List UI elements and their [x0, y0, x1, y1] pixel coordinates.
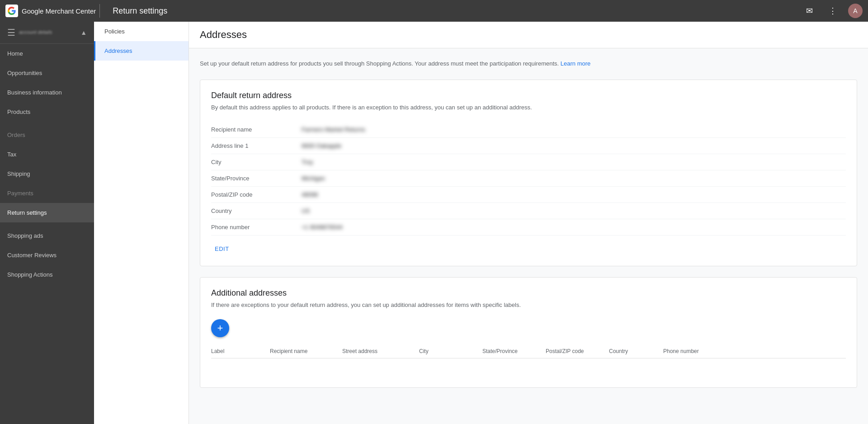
value-postal: 48098 — [302, 191, 318, 198]
google-logo-icon — [5, 5, 18, 17]
value-country: US — [302, 207, 310, 214]
sidebar-item-products[interactable]: Products — [0, 102, 94, 122]
sidebar-item-home[interactable]: Home — [0, 44, 94, 63]
default-address-subtitle: By default this address applies to all p… — [211, 104, 846, 111]
sidebar-item-customer-reviews[interactable]: Customer Reviews — [0, 245, 94, 265]
col-recipient: Recipient name — [270, 348, 342, 354]
col-city: City — [419, 348, 482, 354]
content-body: Set up your default return address for p… — [189, 48, 868, 399]
sidebar-item-payments[interactable]: Payments — [0, 184, 94, 203]
additional-addresses-title: Additional addresses — [211, 288, 846, 298]
label-city: City — [211, 159, 302, 165]
field-phone: Phone number +1 9049876544 — [211, 219, 846, 236]
value-recipient-name: Farmers Market Returns — [302, 126, 365, 133]
label-state: State/Province — [211, 175, 302, 182]
learn-more-link[interactable]: Learn more — [561, 60, 590, 67]
page-title: Return settings — [104, 6, 801, 16]
field-recipient-name: Recipient name Farmers Market Returns — [211, 122, 846, 138]
sidebar-item-orders[interactable]: Orders — [0, 125, 94, 145]
label-address-line1: Address line 1 — [211, 142, 302, 149]
content-header: Addresses — [189, 22, 868, 48]
subnav-item-addresses[interactable]: Addresses — [94, 41, 189, 61]
subnav-item-policies[interactable]: Policies — [94, 22, 189, 41]
sidebar: ☰ account details ▲ Home Opportunities B… — [0, 22, 94, 424]
logo-area: Google Merchant Center Return settings — [5, 4, 801, 18]
mail-button[interactable]: ✉ — [801, 3, 817, 19]
field-country: Country US — [211, 203, 846, 219]
field-state: State/Province Michigan — [211, 170, 846, 187]
col-street: Street address — [342, 348, 419, 354]
account-selector[interactable]: ☰ account details ▲ — [0, 22, 94, 44]
label-recipient-name: Recipient name — [211, 126, 302, 133]
value-state: Michigan — [302, 175, 325, 182]
sidebar-item-shopping-ads[interactable]: Shopping ads — [0, 226, 94, 245]
edit-button[interactable]: EDIT — [211, 243, 233, 255]
account-text: account details — [19, 29, 52, 36]
intro-text: Set up your default return address for p… — [200, 59, 857, 69]
col-country: Country — [609, 348, 663, 354]
value-address-line1: 6600 Oakapple — [302, 142, 341, 149]
label-country: Country — [211, 207, 302, 214]
sidebar-item-return-settings[interactable]: Return settings — [0, 203, 94, 222]
app-name: Google Merchant Center — [22, 7, 96, 15]
label-postal: Postal/ZIP code — [211, 191, 302, 198]
value-city: Troy — [302, 159, 313, 165]
additional-addresses-card: Additional addresses If there are except… — [200, 277, 857, 388]
sub-navigation: Policies Addresses — [94, 22, 189, 424]
default-address-card: Default return address By default this a… — [200, 80, 857, 266]
expand-icon: ▲ — [80, 29, 87, 36]
addresses-table-header: Label Recipient name Street address City… — [211, 344, 846, 358]
default-address-title: Default return address — [211, 91, 846, 100]
sidebar-item-shipping[interactable]: Shipping — [0, 164, 94, 184]
field-address-line1: Address line 1 6600 Oakapple — [211, 138, 846, 154]
topbar-actions: ✉ ⋮ A — [801, 3, 863, 19]
field-city: City Troy — [211, 154, 846, 170]
add-address-button[interactable]: + — [211, 319, 229, 337]
main-layout: ☰ account details ▲ Home Opportunities B… — [0, 22, 868, 424]
avatar[interactable]: A — [848, 4, 863, 18]
content-area: Addresses Set up your default return add… — [189, 22, 868, 424]
sidebar-item-tax[interactable]: Tax — [0, 145, 94, 164]
topbar-divider — [99, 4, 100, 18]
sidebar-item-shopping-actions[interactable]: Shopping Actions — [0, 265, 94, 284]
account-icon: ☰ — [7, 27, 15, 38]
sidebar-item-opportunities[interactable]: Opportunities — [0, 63, 94, 83]
field-postal: Postal/ZIP code 48098 — [211, 187, 846, 203]
more-menu-button[interactable]: ⋮ — [825, 3, 841, 19]
value-phone: +1 9049876544 — [302, 224, 343, 231]
col-state: State/Province — [482, 348, 546, 354]
sidebar-nav: Home Opportunities Business information … — [0, 44, 94, 284]
col-label: Label — [211, 348, 270, 354]
empty-table-body — [211, 358, 846, 377]
col-postal: Postal/ZIP code — [546, 348, 609, 354]
sidebar-item-business-information[interactable]: Business information — [0, 83, 94, 102]
col-phone: Phone number — [663, 348, 846, 354]
section-heading: Addresses — [200, 29, 857, 41]
label-phone: Phone number — [211, 224, 302, 231]
additional-addresses-subtitle: If there are exceptions to your default … — [211, 302, 846, 308]
topbar: Google Merchant Center Return settings ✉… — [0, 0, 868, 22]
plus-icon: + — [217, 322, 223, 334]
